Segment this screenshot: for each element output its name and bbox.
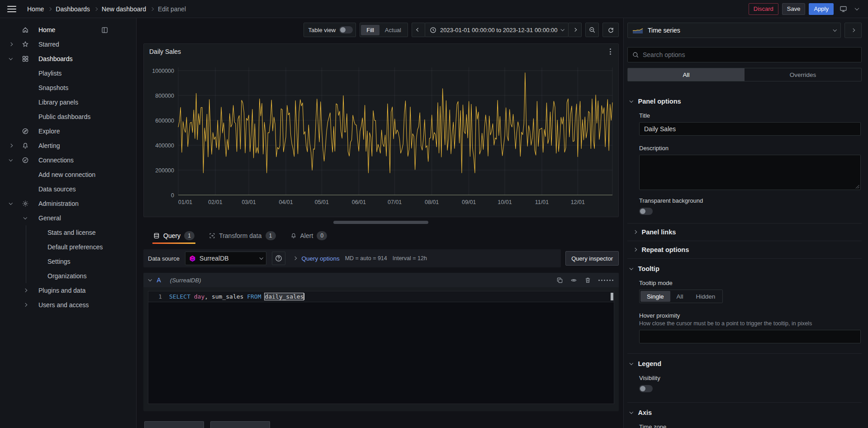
visualization-picker[interactable]: Time series [627,23,841,38]
breadcrumb-new-dashboard[interactable]: New dashboard [102,5,146,13]
add-expression-button[interactable] [210,421,270,428]
refresh-icon [607,27,614,33]
sidebar-item-general[interactable]: General [0,211,136,225]
sidebar-item-playlists[interactable]: Playlists [0,66,136,81]
transparent-background-toggle[interactable] [639,208,653,215]
connections-icon [22,157,29,164]
datasource-name: SurrealDB [199,255,229,262]
panel-title: Daily Sales [149,48,181,55]
refresh-button[interactable] [602,23,619,37]
resize-handle-icon[interactable] [855,185,859,189]
options-search[interactable] [627,47,862,62]
save-button[interactable]: Save [782,3,806,15]
sidebar-item-library-panels[interactable]: Library panels [0,95,136,109]
sidebar-item-settings[interactable]: Settings [26,254,136,269]
drag-handle-icon[interactable] [598,280,613,281]
sidebar-item-dashboards[interactable]: Dashboards [0,52,136,66]
time-range-back-button[interactable] [412,23,425,37]
query-inspector-button[interactable]: Query inspector [565,251,619,266]
sidebar-item-home[interactable]: Home [0,23,136,37]
tab-alert[interactable]: Alert 0 [289,228,328,244]
daily-sales-panel: Daily Sales 0200000400000600000800000100… [143,43,619,217]
sidebar-item-starred[interactable]: Starred [0,37,136,52]
repeat-options-collapsible[interactable]: Repeat options [627,241,862,258]
svg-text:02/01: 02/01 [208,199,222,205]
query-ref-id[interactable]: A [157,276,161,284]
tab-all[interactable]: All [628,68,745,81]
tab-overrides[interactable]: Overrides [745,68,861,81]
sidebar-item-users-and-access[interactable]: Users and access [0,298,136,312]
menu-icon[interactable] [7,6,16,12]
sidebar-item-organizations[interactable]: Organizations [26,269,136,283]
datasource-select[interactable]: SurrealDB [185,252,266,265]
sidebar-item-add-new-connection[interactable]: Add new connection [0,167,136,182]
viz-name: Time series [648,27,680,34]
duplicate-query-icon[interactable] [556,277,563,284]
collapse-pane-button[interactable] [844,23,862,38]
time-series-chart[interactable]: 0200000400000600000800000100000001/0102/… [147,59,615,215]
sidebar-item-connections[interactable]: Connections [0,153,136,167]
svg-text:0: 0 [171,192,174,199]
zoom-out-icon [589,27,596,33]
horizontal-scrollbar[interactable] [333,221,428,224]
sidebar-nav: Home Starred Dashboards Playlists Snapsh… [0,18,137,428]
time-range-forward-button[interactable] [568,23,582,37]
fill-option[interactable]: Fill [361,25,379,35]
sidebar-item-public-dashboards[interactable]: Public dashboards [0,109,136,124]
actual-option[interactable]: Actual [379,25,407,35]
tooltip-hidden-option[interactable]: Hidden [690,291,722,302]
discard-button[interactable]: Discard [749,3,778,15]
tooltip-mode-segmented: Single All Hidden [639,290,723,303]
sidebar-item-default-preferences[interactable]: Default preferences [26,240,136,254]
datasource-help-button[interactable] [272,252,285,265]
dock-menu-icon[interactable] [101,27,108,33]
delete-query-icon[interactable] [584,277,591,284]
hide-query-icon[interactable] [570,277,577,284]
tab-transform-data[interactable]: Transform data 1 [208,228,276,244]
svg-text:12/01: 12/01 [571,199,585,205]
section-tooltip[interactable]: Tooltip [627,265,862,272]
alert-count-badge: 0 [317,231,327,240]
svg-text:200000: 200000 [155,167,174,174]
breadcrumb-home[interactable]: Home [27,5,44,13]
svg-text:04/01: 04/01 [279,199,293,205]
code-line-1[interactable]: 1 SELECT day, sum_sales FROM daily_sales [148,291,614,302]
sidebar-item-explore[interactable]: Explore [0,124,136,138]
section-legend[interactable]: Legend [627,360,862,367]
sidebar-item-stats-and-license[interactable]: Stats and license [26,225,136,240]
svg-text:05/01: 05/01 [315,199,329,205]
breadcrumb-dashboards[interactable]: Dashboards [56,5,90,13]
apply-button[interactable]: Apply [809,3,834,15]
legend-visibility-toggle[interactable] [639,385,653,392]
panel-menu-icon[interactable] [608,47,613,57]
chevron-down-icon[interactable] [853,7,861,10]
add-query-button[interactable] [144,421,204,428]
section-axis[interactable]: Axis [627,409,862,416]
panel-title-input[interactable] [639,122,861,136]
section-panel-options[interactable]: Panel options [627,98,862,105]
monitor-icon[interactable] [837,5,849,13]
table-view-toggle[interactable] [339,26,353,33]
panel-links-collapsible[interactable]: Panel links [627,224,862,241]
zoom-out-button[interactable] [585,23,599,37]
panel-options-pane: Time series All Overrides Panel options … [623,18,868,428]
description-textarea[interactable] [639,155,861,190]
sql-code-editor[interactable]: 1 SELECT day, sum_sales FROM daily_sales [148,291,614,404]
home-icon [22,26,29,33]
sidebar-item-plugins-and-data[interactable]: Plugins and data [0,283,136,298]
max-data-points-text: MD = auto = 914 [345,255,387,262]
collapse-query-icon[interactable] [148,278,152,281]
hover-proximity-input[interactable] [639,330,861,343]
hover-proximity-label: Hover proximity [639,312,861,319]
line-number: 1 [148,293,169,300]
tooltip-all-option[interactable]: All [670,291,690,302]
search-options-input[interactable] [643,51,857,58]
query-options-toggle[interactable]: Query options [302,255,340,262]
time-range-picker[interactable]: 2023-01-01 00:00:00 to 2023-12-31 00:00:… [425,23,569,37]
tab-query[interactable]: Query 1 [152,228,195,244]
tooltip-single-option[interactable]: Single [640,291,670,302]
sidebar-item-data-sources[interactable]: Data sources [0,182,136,196]
sidebar-item-administration[interactable]: Administration [0,196,136,211]
sidebar-item-snapshots[interactable]: Snapshots [0,81,136,95]
sidebar-item-alerting[interactable]: Alerting [0,138,136,153]
